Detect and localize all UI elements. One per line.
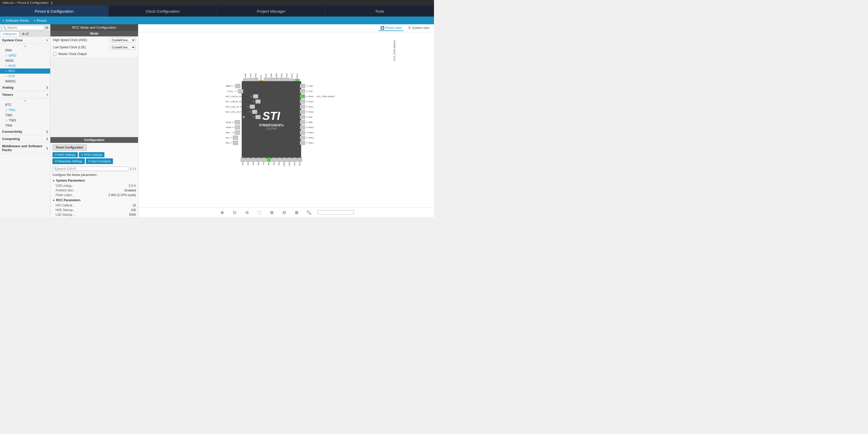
pin-vssa[interactable] — [235, 120, 240, 124]
pin-pb0-bottom[interactable] — [267, 158, 271, 162]
pin-pb2[interactable] — [277, 158, 281, 162]
pinout-view-tab[interactable]: 🔲 Pinout view — [378, 25, 403, 31]
pin-pb10[interactable] — [282, 158, 287, 162]
grid-button[interactable]: ⊞ — [268, 209, 275, 216]
nrst-circle — [243, 116, 245, 118]
sidebar-item-sys[interactable]: ✓ SYS — [0, 74, 50, 79]
pin-pa4[interactable] — [246, 158, 250, 162]
sidebar-item-rcc[interactable]: ✓ RCC — [0, 68, 50, 74]
pin-pb12[interactable] — [300, 141, 305, 145]
pin-pa5[interactable] — [251, 158, 256, 162]
panel-title: RCC Mode and Configuration — [51, 24, 138, 31]
pin-vdd-bottom[interactable] — [298, 158, 302, 162]
split-button[interactable]: ⊟ — [280, 209, 288, 216]
pin-vdd-right[interactable] — [300, 84, 305, 88]
layer-button[interactable]: ⬚ — [256, 209, 263, 216]
category-connectivity[interactable]: Connectivity ❯ — [0, 128, 50, 135]
category-timers[interactable]: Timers ∨ — [0, 91, 50, 98]
user-constants-button[interactable]: User Constants — [86, 158, 113, 164]
system-params-group[interactable]: ▼ System Parameters — [51, 178, 138, 183]
gpio-settings-button[interactable]: GPIO Settings — [79, 152, 104, 157]
pin-vss-bottom[interactable] — [292, 158, 297, 162]
pin-pa10[interactable] — [300, 110, 305, 114]
master-clock-checkbox[interactable] — [53, 53, 56, 56]
gear-icon[interactable]: ⚙ — [45, 26, 49, 30]
pin-row-vdd-r: VDD — [300, 84, 335, 88]
tab-clock[interactable]: Clock Configuration — [108, 6, 217, 16]
dot-icon — [88, 160, 90, 162]
pin-pb14[interactable] — [300, 130, 305, 135]
pin-pd0[interactable] — [250, 105, 255, 109]
category-computing[interactable]: Computing ❯ — [0, 135, 50, 143]
pin-pc13[interactable] — [238, 89, 243, 93]
pin-pa0[interactable] — [235, 130, 240, 135]
bottom-search-input[interactable] — [319, 211, 352, 214]
sidebar-toolbar: 🔍 ⚙ — [0, 24, 50, 31]
category-middleware[interactable]: Middleware and Software Packs ❯ — [0, 143, 50, 154]
chevron-right-icon: ❯ — [46, 130, 48, 133]
pin-pa12[interactable] — [300, 99, 305, 104]
pin-pa11[interactable] — [300, 105, 305, 109]
search-input[interactable] — [7, 26, 28, 29]
pin-pa1[interactable] — [233, 136, 238, 140]
pin-row-vss-r: VSS — [300, 89, 335, 94]
titlebar: hello.ioc – Pinout & Configuration ❯ — [0, 0, 434, 6]
sidebar-item-tim4[interactable]: TIM4 — [0, 123, 50, 128]
search-button[interactable]: 🔍 — [305, 209, 312, 216]
sidebar-item-tim1[interactable]: ✓ TIM1 — [0, 107, 50, 113]
pin-pa8[interactable] — [300, 120, 305, 124]
pin-pa9[interactable] — [300, 115, 305, 119]
pin-pb15[interactable] — [300, 125, 305, 129]
zoom-out-button[interactable]: ⊖ — [243, 209, 250, 216]
info-icon-2[interactable]: ℹ — [132, 167, 134, 171]
check-icon: ✓ — [5, 75, 7, 78]
sidebar-item-wwdg[interactable]: WWDG — [0, 79, 50, 84]
titlebar-arrow: ❯ — [51, 1, 53, 5]
reset-config-button[interactable]: Reset Configuration — [53, 144, 87, 151]
sidebar-tab-az[interactable]: A->Z — [20, 31, 31, 36]
zoom-in-button[interactable]: ⊕ — [218, 209, 226, 216]
pin-pc15[interactable] — [255, 99, 260, 104]
tab-pinout[interactable]: Pinout & Configuration — [0, 6, 108, 16]
sidebar-item-dma[interactable]: DMA — [0, 48, 50, 53]
sub-tab-software-packs[interactable]: ∨ Software Packs — [3, 19, 29, 23]
nvic-settings-button[interactable]: NVIC Settings — [53, 152, 78, 157]
sidebar-tab-categories[interactable]: Categories — [0, 31, 20, 36]
pin-pa2[interactable] — [233, 141, 238, 145]
sidebar-item-tim3[interactable]: ⚠ TIM3 — [0, 118, 50, 123]
sidebar-item-tim2[interactable]: TIM2 — [0, 113, 50, 118]
pin-pa3[interactable] — [241, 158, 245, 162]
info-icon-1[interactable]: ℹ — [130, 167, 131, 171]
sub-tab-pinout[interactable]: ∨ Pinout — [34, 19, 46, 23]
pin-pd1[interactable] — [252, 110, 257, 114]
pin-pb1[interactable] — [272, 158, 276, 162]
pin-nrst[interactable] — [255, 115, 260, 119]
category-analog[interactable]: Analog ❯ — [0, 84, 50, 91]
chevron-right-icon: ❯ — [46, 86, 48, 89]
hse-select[interactable]: Crystal/Cera... — [109, 38, 135, 42]
params-search-input[interactable] — [57, 167, 128, 170]
pin-pa13[interactable] — [300, 94, 305, 98]
pin-vss-right[interactable] — [300, 89, 305, 93]
tab-project[interactable]: Project Manager — [217, 6, 326, 16]
sidebar-item-gpio[interactable]: ✓ GPIO — [0, 53, 50, 58]
parameter-settings-button[interactable]: Parameter Settings — [53, 158, 85, 164]
info-icon-3[interactable]: ℹ — [135, 167, 136, 171]
category-system-core[interactable]: System Core ∨ — [0, 37, 50, 44]
pin-pc14[interactable] — [253, 94, 258, 98]
pin-pa6[interactable] — [256, 158, 261, 162]
sidebar-item-nvic[interactable]: ✓ NVIC — [0, 63, 50, 68]
fit-button[interactable]: ⊡ — [231, 209, 238, 216]
sidebar-item-iwdg[interactable]: IWDG — [0, 58, 50, 63]
pin-vdda[interactable] — [235, 125, 240, 129]
pin-pb13[interactable] — [300, 136, 305, 140]
lse-select[interactable]: Crystal/Cera... — [109, 45, 135, 49]
system-view-tab[interactable]: ☰ System view — [406, 25, 431, 31]
sidebar-item-rtc[interactable]: RTC — [0, 102, 50, 107]
tab-tools[interactable]: Tools — [326, 6, 434, 16]
pin-pb11[interactable] — [287, 158, 292, 162]
rcc-params-group[interactable]: ▼ RCC Parameters — [51, 197, 138, 203]
export-button[interactable]: ⊠ — [293, 209, 300, 216]
pin-vbat[interactable] — [235, 84, 240, 88]
pin-pa7[interactable] — [261, 158, 266, 162]
